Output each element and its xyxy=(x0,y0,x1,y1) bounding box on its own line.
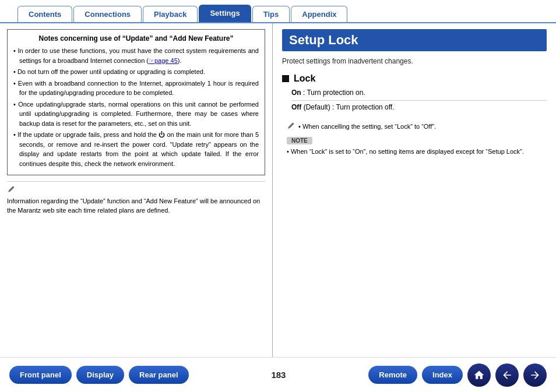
tab-contents[interactable]: Contents xyxy=(17,6,72,22)
pencil-icon-right xyxy=(287,122,295,130)
main-content: Notes concerning use of “Update” and “Ad… xyxy=(0,22,556,357)
note-content-text: • When “Lock” is set to “On”, no setting… xyxy=(287,147,547,157)
note-badge: NOTE xyxy=(287,137,312,144)
footer-right-buttons: Remote Index xyxy=(368,363,547,387)
note-item-4: • Once updating/upgrade starts, normal o… xyxy=(13,100,259,129)
page-link[interactable]: ☞page 45 xyxy=(149,57,178,64)
home-button[interactable] xyxy=(467,363,491,387)
note-item-5: • If the update or upgrade fails, press … xyxy=(13,130,259,168)
back-icon xyxy=(501,369,513,381)
note-item-1: • In order to use these functions, you m… xyxy=(13,46,259,65)
pencil-note: • When cancelling the setting, set “Lock… xyxy=(287,122,547,132)
pencil-note-content: When cancelling the setting, set “Lock” … xyxy=(302,123,436,130)
footer: Front panel Display Rear panel 183 Remot… xyxy=(0,357,556,392)
forward-button[interactable] xyxy=(523,363,547,387)
lock-on-key: On xyxy=(291,89,301,97)
lock-options: On : Turn protection on. Off (Default) :… xyxy=(291,89,547,115)
pencil-note-text: • When cancelling the setting, set “Lock… xyxy=(298,122,436,132)
lock-off-sep: : xyxy=(330,103,336,111)
forward-icon xyxy=(529,369,541,381)
notes-title: Notes concerning use of “Update” and “Ad… xyxy=(13,34,259,43)
front-panel-button[interactable]: Front panel xyxy=(9,366,72,384)
notes-content: • In order to use these functions, you m… xyxy=(13,46,259,168)
page-number: 183 xyxy=(189,370,369,380)
lock-option-off: Off (Default) : Turn protection off. xyxy=(291,103,547,115)
setup-lock-title: Setup Lock xyxy=(282,29,547,51)
section-square-icon xyxy=(282,75,289,82)
note-item-2: • Do not turn off the power until updati… xyxy=(13,67,259,77)
notes-box: Notes concerning use of “Update” and “Ad… xyxy=(7,29,265,175)
tabs-bar: Contents Connections Playback Settings T… xyxy=(0,0,556,22)
tab-appendix[interactable]: Appendix xyxy=(291,6,347,22)
home-icon xyxy=(473,369,485,381)
pencil-icon-area xyxy=(7,185,15,193)
lock-off-key: Off xyxy=(291,103,301,111)
tab-tips[interactable]: Tips xyxy=(252,6,290,22)
setup-lock-desc: Protect settings from inadvertent change… xyxy=(282,57,547,65)
info-note-text: Information regarding the “Update” funct… xyxy=(7,196,265,216)
lock-section-label: Lock xyxy=(294,73,315,84)
footer-left-buttons: Front panel Display Rear panel xyxy=(9,366,189,384)
lock-option-on: On : Turn protection on. xyxy=(291,89,547,101)
info-note: Information regarding the “Update” funct… xyxy=(7,181,265,216)
left-panel: Notes concerning use of “Update” and “Ad… xyxy=(0,23,273,357)
note-item-3: • Even with a broadband connection to th… xyxy=(13,79,259,98)
remote-button[interactable]: Remote xyxy=(368,366,417,384)
lock-on-sep: : xyxy=(301,89,307,97)
note-content-span: When “Lock” is set to “On”, no setting i… xyxy=(291,148,524,155)
back-button[interactable] xyxy=(495,363,519,387)
lock-off-text: Turn protection off. xyxy=(336,103,394,111)
right-panel: Setup Lock Protect settings from inadver… xyxy=(273,23,556,357)
lock-off-default: (Default) xyxy=(301,103,330,111)
lock-on-text: Turn protection on. xyxy=(307,89,365,97)
index-button[interactable]: Index xyxy=(422,366,463,384)
tab-connections[interactable]: Connections xyxy=(73,6,142,22)
tab-settings[interactable]: Settings xyxy=(199,5,251,22)
tab-playback[interactable]: Playback xyxy=(143,6,198,22)
pencil-icon xyxy=(7,185,15,193)
lock-section-title: Lock xyxy=(282,73,547,84)
display-button[interactable]: Display xyxy=(76,366,124,384)
rear-panel-button[interactable]: Rear panel xyxy=(129,366,188,384)
